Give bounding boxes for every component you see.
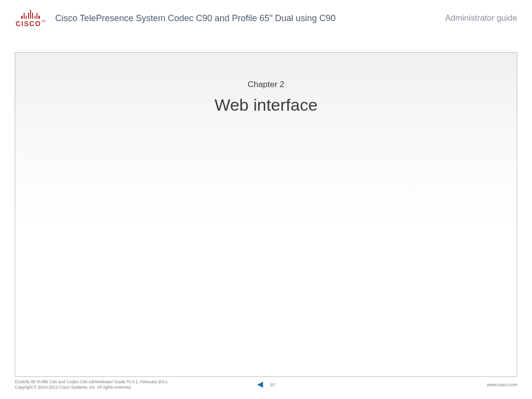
chapter-panel: Chapter 2 Web interface: [15, 52, 517, 377]
previous-page-icon[interactable]: [257, 382, 263, 388]
footer-doc-id: D14635.05 Profile C90 and Codec C90 Admi…: [15, 379, 168, 385]
footer-copyright: Copyright © 2010-2011 Cisco Systems, Inc…: [15, 385, 168, 390]
document-subtitle: Administrator guide: [445, 13, 517, 23]
footer-navigation: 10: [257, 382, 275, 388]
cisco-logo-text: CISCOTM: [16, 20, 46, 28]
page-footer: D14635.05 Profile C90 and Codec C90 Admi…: [15, 379, 517, 390]
footer-doc-info: D14635.05 Profile C90 and Codec C90 Admi…: [15, 379, 168, 390]
cisco-logo-icon: [21, 9, 39, 19]
page-header: CISCOTM Cisco TelePresence System Codec …: [0, 0, 532, 32]
document-title: Cisco TelePresence System Codec C90 and …: [55, 13, 445, 24]
footer-url: www.cisco.com: [487, 382, 517, 387]
page-number: 10: [270, 382, 275, 387]
chapter-number: Chapter 2: [15, 80, 517, 90]
chapter-title: Web interface: [15, 95, 517, 115]
cisco-logo: CISCOTM: [15, 9, 46, 28]
document-page: CISCOTM Cisco TelePresence System Codec …: [0, 0, 532, 399]
